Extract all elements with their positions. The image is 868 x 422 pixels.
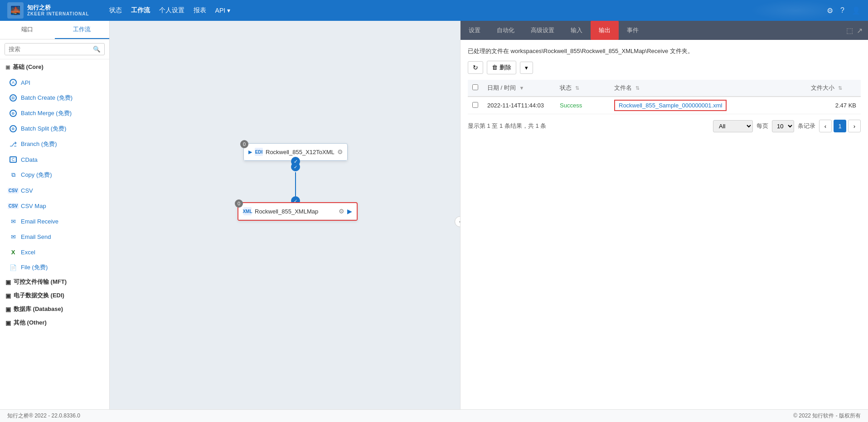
email-send-icon: ✉	[9, 233, 17, 241]
sidebar-item-branch[interactable]: ⎇ Branch (免费)	[0, 136, 109, 152]
table-toolbar: ↻ 🗑 删除 ▾	[468, 61, 861, 74]
tab-workflow[interactable]: 工作流	[55, 21, 110, 39]
row-checkbox-cell	[468, 97, 483, 114]
tab-port[interactable]: 端口	[0, 21, 55, 39]
node2-title: Rockwell_855_XMLMap	[255, 208, 336, 215]
sidebar-item-batch-merge[interactable]: ⊕ Batch Merge (免费)	[0, 106, 109, 121]
right-content: 已处理的文件在 workspaces\Rockwell_855\Rockwell…	[461, 40, 868, 422]
nav-personal[interactable]: 个人设置	[159, 5, 184, 16]
sidebar-item-email-receive[interactable]: ✉ Email Receive	[0, 213, 109, 229]
nav-reports[interactable]: 报表	[194, 5, 206, 16]
prev-page-button[interactable]: ‹	[819, 120, 832, 132]
section-mft[interactable]: ▣ 可控文件传输 (MFT)	[0, 275, 109, 289]
refresh-icon: ↻	[473, 64, 478, 71]
node1-gear-icon[interactable]: ⚙	[337, 148, 343, 155]
node1-expand-icon[interactable]: ▶	[248, 149, 252, 155]
next-page-button[interactable]: ›	[848, 120, 861, 132]
canvas-area: ‹ 0 ▶ EDI Rockwell_855_X12ToXML ⚙ ✓ ✓ ✓	[110, 21, 460, 422]
right-tabs: 设置 自动化 高级设置 输入 输出 事件 ⬚ ↗	[461, 21, 868, 40]
sidebar-item-email-send[interactable]: ✉ Email Send	[0, 229, 109, 244]
sidebar-item-csv-map[interactable]: CSV CSV Map	[0, 198, 109, 213]
row-filename-cell: Rockwell_855_Sample_000000001.xml	[610, 97, 806, 114]
col-datetime-header[interactable]: 日期 / 时间 ▼	[483, 80, 555, 97]
col-filesize-header[interactable]: 文件大小 ⇅	[806, 80, 861, 97]
tab-advanced-settings[interactable]: 高级设置	[523, 21, 563, 40]
sidebar-item-file[interactable]: 📄 File (免费)	[0, 260, 109, 275]
edi-label: 电子数据交换 (EDI)	[14, 291, 64, 300]
row-filename-link[interactable]: Rockwell_855_Sample_000000001.xml	[619, 102, 722, 109]
filename-sort-icon: ⇅	[635, 85, 640, 91]
node1-title: Rockwell_855_X12ToXML	[266, 149, 335, 155]
select-all-checkbox[interactable]	[472, 84, 478, 90]
nav-api[interactable]: API ▾	[215, 5, 231, 16]
excel-label: Excel	[21, 249, 35, 256]
status-bar-right: © 2022 知行软件 - 版权所有	[793, 412, 861, 420]
tab-input[interactable]: 输入	[563, 21, 591, 40]
node2-gear-icon[interactable]: ⚙	[339, 208, 344, 215]
sidebar-item-batch-create[interactable]: ⊞ Batch Create (免费)	[0, 90, 109, 106]
sidebar-item-excel[interactable]: X Excel	[0, 244, 109, 260]
tab-output[interactable]: 输出	[591, 21, 619, 40]
search-button[interactable]: 🔍	[89, 44, 104, 55]
csv-map-icon: CSV	[9, 202, 17, 210]
page-1-button[interactable]: 1	[834, 120, 846, 132]
section-core-label: 基础 (Core)	[13, 63, 44, 71]
row-status-cell: Success	[555, 97, 610, 114]
panel-icon-2[interactable]: ↗	[857, 26, 863, 35]
settings-icon[interactable]: ⚙	[827, 6, 833, 15]
api-label: API	[21, 79, 30, 86]
email-receive-label: Email Receive	[21, 218, 58, 225]
help-icon[interactable]: ?	[840, 6, 844, 15]
batch-split-icon: ⊗	[9, 125, 17, 133]
pagination-info: 显示第 1 至 1 条结果，共 1 条	[468, 122, 546, 130]
status-bar-left: 知行之桥® 2022 - 22.0.8336.0	[7, 412, 80, 420]
file-label: File (免费)	[21, 263, 48, 272]
copy-label: Copy (免费)	[21, 171, 52, 179]
per-page-select[interactable]: 10 25 50	[772, 120, 794, 132]
tab-events[interactable]: 事件	[619, 21, 647, 40]
tab-settings[interactable]: 设置	[461, 21, 489, 40]
sidebar-item-batch-split[interactable]: ⊗ Batch Split (免费)	[0, 121, 109, 136]
nav-right-icons: ⚙ ? 👤	[827, 6, 861, 15]
delete-dropdown-button[interactable]: ▾	[520, 62, 533, 74]
workflow-node-2: 0 XML Rockwell_855_XMLMap ⚙ ▶	[238, 202, 358, 221]
canvas-collapse-button[interactable]: ‹	[455, 216, 460, 227]
nav-status[interactable]: 状态	[109, 5, 122, 16]
batch-merge-icon: ⊕	[9, 109, 17, 117]
col-filename-header[interactable]: 文件名 ⇅	[610, 80, 806, 97]
section-edi[interactable]: ▣ 电子数据交换 (EDI)	[0, 289, 109, 302]
panel-icon-1[interactable]: ⬚	[846, 26, 853, 35]
sidebar-item-csv[interactable]: CSV CSV	[0, 183, 109, 198]
refresh-button[interactable]: ↻	[468, 61, 483, 74]
api-icon: A	[9, 78, 17, 87]
row-datetime: 2022-11-14T11:44:03	[487, 102, 544, 109]
delete-button[interactable]: 🗑 删除	[487, 61, 516, 74]
section-database[interactable]: ▣ 数据库 (Database)	[0, 302, 109, 316]
section-other[interactable]: ▣ 其他 (Other)	[0, 316, 109, 330]
batch-create-label: Batch Create (免费)	[21, 94, 73, 102]
tab-automation[interactable]: 自动化	[489, 21, 523, 40]
row-checkbox[interactable]	[472, 102, 478, 108]
node1-connector-bottom[interactable]: ✓	[291, 157, 300, 166]
top-nav: 🌉 知行之桥 ZKEER INTERNATIONAL 状态 工作流 个人设置 报…	[0, 0, 868, 21]
sidebar-item-copy[interactable]: ⧉ Copy (免费)	[0, 167, 109, 183]
csv-map-label: CSV Map	[21, 203, 46, 209]
mft-label: 可控文件传输 (MFT)	[14, 278, 67, 286]
search-input[interactable]	[5, 44, 89, 55]
other-label: 其他 (Other)	[14, 319, 47, 327]
sidebar-tabs: 端口 工作流	[0, 21, 109, 39]
col-status-header[interactable]: 状态 ⇅	[555, 80, 610, 97]
user-icon[interactable]: 👤	[852, 6, 861, 15]
row-status: Success	[560, 102, 582, 109]
sidebar-search-area: 🔍	[0, 39, 109, 59]
sidebar-item-cdata[interactable]: C CData	[0, 152, 109, 167]
status-sort-icon: ⇅	[575, 85, 579, 91]
logo-icon: 🌉	[7, 2, 24, 19]
status-filter-select[interactable]: All Success Error	[713, 120, 753, 132]
sidebar-item-api[interactable]: A API	[0, 75, 109, 90]
node1-icon: EDI	[255, 147, 263, 156]
node2-next-icon[interactable]: ▶	[347, 208, 352, 215]
sidebar-list: ▣ 基础 (Core) A API ⊞ Batch Create (免费) ⊕ …	[0, 59, 109, 422]
nav-workflow[interactable]: 工作流	[131, 5, 150, 16]
section-core-header[interactable]: ▣ 基础 (Core)	[0, 59, 109, 75]
